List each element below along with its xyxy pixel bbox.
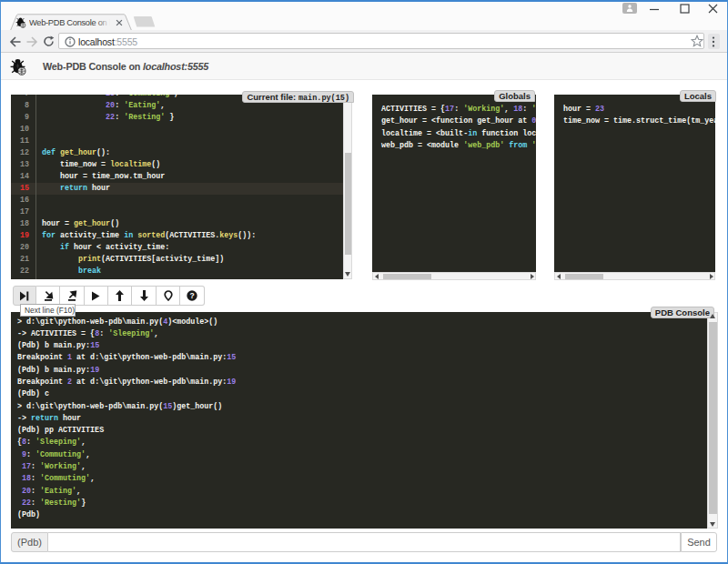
svg-text:?: ? (189, 291, 194, 300)
